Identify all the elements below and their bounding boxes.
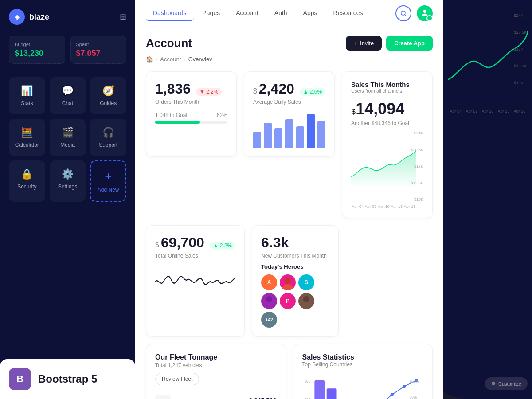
sidebar-item-label: Stats (21, 100, 33, 106)
sidebar-item-chat[interactable]: 💬 Chat (50, 77, 86, 114)
fleet-subtitle: Total 1,247 vehicles (155, 362, 277, 368)
nav-tabs: Dashboards Pages Account Auth Apps Resou… (146, 6, 370, 21)
user-avatar[interactable] (417, 5, 433, 21)
bootstrap-letter: B (16, 373, 23, 385)
heroes-section: Today's Heroes A S P (261, 263, 329, 328)
spent-label: Spent (76, 42, 121, 47)
sidebar-item-guides[interactable]: 🧭 Guides (90, 77, 126, 114)
tab-resources[interactable]: Resources (326, 6, 370, 21)
y-label-4: $13.5K (411, 181, 423, 185)
tab-account[interactable]: Account (229, 6, 266, 21)
bar-3 (274, 128, 282, 148)
svg-point-5 (303, 296, 309, 302)
sidebar-item-support[interactable]: 🎧 Support (90, 119, 126, 156)
search-button[interactable] (395, 5, 411, 21)
svg-point-24 (403, 385, 406, 388)
sidebar-item-stats[interactable]: 📊 Stats (9, 77, 45, 114)
total-sales-label: Total Online Sales (155, 253, 235, 259)
settings-icon: ⚙️ (62, 168, 74, 180)
budget-card: Budget $13,230 (9, 36, 65, 64)
stats-icon: 📊 (21, 85, 33, 97)
fleet-name: Ships (176, 397, 243, 399)
sidebar-item-security[interactable]: 🔒 Security (9, 160, 45, 202)
sidebar-item-label: Support (99, 142, 117, 148)
guides-icon: 🧭 (102, 85, 114, 97)
sidebar-item-label: Chat (62, 100, 73, 106)
sales-month-card: Sales This Months Users from all channel… (342, 71, 433, 218)
sidebar-item-settings[interactable]: ⚙️ Settings (50, 160, 86, 202)
wave-chart (155, 264, 235, 300)
bar-6 (307, 114, 315, 148)
orders-badge: ▼ 2.2% (196, 88, 222, 96)
menu-icon[interactable]: ⊞ (120, 12, 126, 22)
sales-stats-chart: 800 600 400 200 (302, 373, 424, 399)
main-content: Dashboards Pages Account Auth Apps Resou… (135, 0, 443, 399)
tab-auth[interactable]: Auth (267, 6, 294, 21)
progress-section: 1,048 to Goal 62% (155, 112, 227, 124)
sidebar-item-add-new[interactable]: + Add New (90, 160, 126, 202)
total-sales-card: $ 69,700 ▲ 2.2% Total Online Sales (146, 225, 245, 337)
right-y-2: $20.5K (514, 30, 527, 35)
tab-apps[interactable]: Apps (296, 6, 325, 21)
tab-pages[interactable]: Pages (196, 6, 227, 21)
logo-area: ◈ blaze (9, 9, 49, 25)
sales-subtitle: Users from all channels (351, 88, 423, 94)
bar-7 (317, 121, 325, 148)
page-actions: + Invite Create App (346, 36, 433, 51)
y-label-1: $24K (411, 131, 423, 135)
home-icon: 🏠 (146, 56, 153, 63)
tab-dashboards[interactable]: Dashboards (146, 6, 194, 21)
customize-button[interactable]: ⚙ Customize (485, 377, 528, 390)
chat-icon: 💬 (62, 85, 74, 97)
sidebar-item-label: Media (60, 142, 75, 148)
hero-avatar-3: S (298, 274, 314, 290)
sales-stats-subtitle: Top Selling Countries (302, 361, 424, 368)
bootstrap-icon: B (9, 368, 31, 390)
sidebar-item-label: Settings (58, 184, 77, 190)
svg-rect-10 (314, 380, 325, 399)
orders-label: Orders This Month (155, 99, 227, 105)
sidebar-item-media[interactable]: 🎬 Media (50, 119, 86, 156)
fleet-row: 🚢 Ships 234 Ships 2,345,500 Tons (155, 391, 277, 399)
sales-stats-title: Sales Statistics (302, 353, 424, 361)
breadcrumb-account[interactable]: Account (160, 56, 181, 63)
sidebar-item-label: Add New (98, 187, 119, 193)
page-header: Account + Invite Create App (146, 36, 433, 51)
daily-sales-card: $ 2,420 ▲ 2.6% Average Daily Sales (244, 71, 335, 157)
breadcrumb: 🏠 › Account › Overwiev (146, 56, 433, 63)
nav-grid: 📊 Stats 💬 Chat 🧭 Guides 🧮 Calculator 🎬 M… (0, 73, 135, 206)
right-x-3: Apr 10 (482, 109, 494, 113)
svg-point-2 (423, 10, 426, 13)
page-title: Account (146, 36, 192, 50)
y-label-3: $17K (411, 164, 423, 168)
app-name: blaze (29, 12, 49, 22)
sales-overlay: Apr 04 Apr 07 Apr 10 Apr 13 Apr 16 $24K … (443, 0, 532, 399)
spent-amount: $7,057 (76, 49, 121, 58)
review-fleet-button[interactable]: Review Fleet (155, 373, 199, 385)
right-y-4: $13.5K (514, 64, 527, 68)
invite-button[interactable]: + Invite (346, 36, 382, 51)
bar-chart (253, 112, 325, 148)
sidebar-item-label: Guides (100, 100, 117, 106)
heroes-title: Today's Heroes (261, 263, 329, 270)
daily-sales-badge: ▲ 2.6% (300, 88, 325, 96)
customize-label: Customize (498, 381, 521, 387)
create-app-button[interactable]: Create App (386, 36, 433, 51)
budget-amount: $13,230 (15, 49, 59, 58)
sidebar-item-label: Calculator (15, 142, 39, 148)
hero-avatar-extra: +42 (261, 312, 277, 328)
fleet-table: 🚢 Ships 234 Ships 2,345,500 Tons 🚛 (155, 391, 277, 399)
right-panel: Apr 04 Apr 07 Apr 10 Apr 13 Apr 16 $24K … (443, 0, 532, 399)
sales-stats-card: Sales Statistics Top Selling Countries 8… (293, 344, 433, 399)
orders-card: 1,836 ▼ 2.2% Orders This Month 1,048 to … (146, 71, 237, 157)
svg-point-4 (266, 296, 272, 302)
right-x-4: Apr 13 (498, 109, 510, 113)
sidebar-item-calculator[interactable]: 🧮 Calculator (9, 119, 45, 156)
budget-label: Budget (15, 42, 59, 47)
x-label-1: Apr 04 (352, 204, 364, 209)
fleet-card: Our Fleet Tonnage Total 1,247 vehicles R… (146, 344, 286, 399)
add-icon: + (105, 169, 112, 183)
right-y-5: $10K (514, 81, 527, 85)
x-label-5: Apr 16 (404, 204, 416, 209)
right-x-1: Apr 04 (450, 109, 462, 113)
